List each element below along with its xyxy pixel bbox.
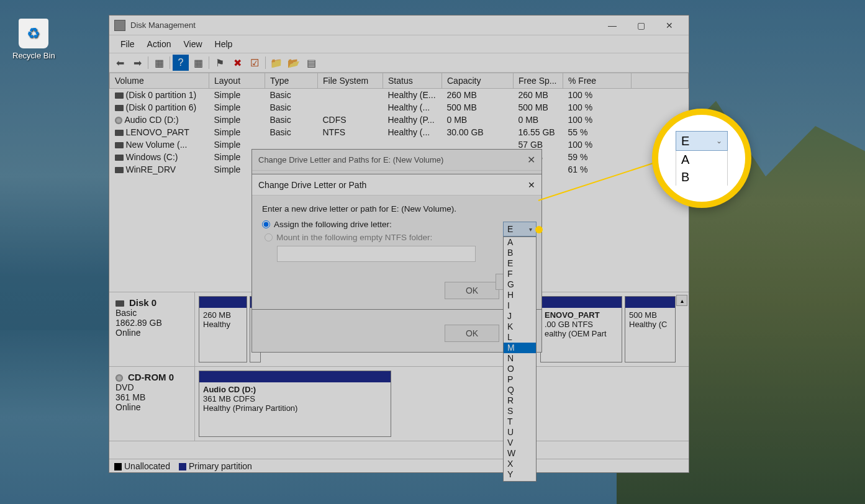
chevron-down-icon: ⌄ (716, 137, 722, 145)
maximize-button[interactable]: ▢ (627, 16, 655, 35)
mount-radio-input[interactable] (265, 233, 273, 241)
dropdown-item[interactable]: L (504, 332, 536, 343)
callout-combo: E ⌄ (676, 131, 728, 151)
recycle-bin-label: Recycle Bin (12, 51, 55, 60)
legend: Unallocated Primary partition (109, 459, 689, 472)
forward-button[interactable]: ➡ (129, 55, 145, 71)
dropdown-item[interactable]: K (504, 322, 536, 332)
partition[interactable]: 500 MB Healthy (C (625, 296, 676, 362)
check-button[interactable]: ☑ (247, 55, 263, 71)
window-title: Disk Management (130, 20, 598, 30)
dialog-prompt: Enter a new drive letter or path for E: … (262, 204, 532, 214)
partition[interactable]: 260 MB Healthy (199, 296, 247, 362)
dropdown-item[interactable]: G (504, 279, 536, 290)
disk-row[interactable]: CD-ROM 0 DVD 361 MB Online Audio CD (D:)… (109, 367, 689, 441)
dropdown-item[interactable]: N (504, 353, 536, 364)
table-row[interactable]: LENOVO_PARTSimpleBasicNTFSHealthy (...30… (110, 126, 689, 138)
dropdown-item[interactable]: A (504, 237, 536, 248)
assign-letter-radio[interactable]: Assign the following drive letter: (262, 220, 532, 229)
disk-info: CD-ROM 0 DVD 361 MB Online (109, 367, 195, 441)
toolbar: ⬅ ➡ ▦ ? ▦ ⚑ ✖ ☑ 📁 📂 ▤ (109, 53, 689, 73)
menu-action[interactable]: Action (141, 38, 178, 50)
close-button[interactable]: ✕ (655, 16, 684, 35)
col-spacer (632, 73, 689, 89)
dropdown-item[interactable]: J (504, 311, 536, 322)
dropdown-item[interactable]: X (504, 459, 536, 469)
table-row[interactable]: (Disk 0 partition 6)SimpleBasicHealthy (… (110, 101, 689, 114)
menubar: File Action View Help (109, 35, 689, 53)
dropdown-item[interactable]: U (504, 427, 536, 438)
dropdown-item[interactable]: S (504, 406, 536, 416)
table-header-row: Volume Layout Type File System Status Ca… (110, 73, 689, 89)
back-button[interactable]: ⬅ (112, 55, 128, 71)
drive-letter-dropdown[interactable]: ABEFGHIJKLMNOPQRSTUVWXYZ (503, 236, 537, 482)
assign-radio-input[interactable] (262, 220, 270, 228)
menu-view[interactable]: View (177, 38, 208, 50)
callout-dot (535, 226, 543, 233)
dropdown-item[interactable]: Y (504, 469, 536, 480)
folder-path-input[interactable] (277, 246, 476, 262)
scroll-up-arrow[interactable]: ▴ (676, 295, 687, 306)
dropdown-item[interactable]: Q (504, 385, 536, 395)
table-row[interactable]: (Disk 0 partition 1)SimpleBasicHealthy (… (110, 89, 689, 102)
partition[interactable]: ENOVO_PART .00 GB NTFS ealthy (OEM Part (540, 296, 622, 362)
col-capacity[interactable]: Capacity (442, 73, 514, 89)
dropdown-item[interactable]: P (504, 374, 536, 385)
col-fs[interactable]: File System (318, 73, 383, 89)
menu-help[interactable]: Help (209, 38, 239, 50)
col-pct[interactable]: % Free (563, 73, 632, 89)
col-type[interactable]: Type (265, 73, 318, 89)
help-button[interactable]: ? (173, 55, 189, 71)
dropdown-item[interactable]: R (504, 395, 536, 406)
dropdown-item[interactable]: O (504, 364, 536, 374)
table-row[interactable]: Audio CD (D:)SimpleBasicCDFSHealthy (P..… (110, 114, 689, 126)
disk-info: Disk 0 Basic 1862.89 GB Online (109, 292, 195, 366)
dropdown-item[interactable]: B (504, 248, 536, 258)
change-letter-or-path-dialog: Change Drive Letter or Path ✕ Enter a ne… (251, 174, 542, 310)
app-icon (114, 20, 125, 31)
titlebar: Disk Management — ▢ ✕ (109, 16, 689, 35)
dropdown-item[interactable]: T (504, 416, 536, 427)
ok-button[interactable]: OK (445, 282, 499, 299)
minimize-button[interactable]: — (598, 16, 627, 35)
drive-letter-combo[interactable]: E ▾ (503, 222, 537, 236)
dropdown-item[interactable]: V (504, 438, 536, 448)
partition[interactable]: Audio CD (D:) 361 MB CDFS Healthy (Prima… (199, 371, 391, 437)
dialog-title: Change Drive Letter or Path (258, 180, 366, 190)
folder2-button[interactable]: 📂 (286, 55, 302, 71)
menu-file[interactable]: File (114, 38, 141, 50)
dialog-titlebar: Change Drive Letter and Paths for E: (Ne… (252, 150, 541, 171)
col-status[interactable]: Status (383, 73, 442, 89)
callout-zoom: E ⌄ A B (652, 109, 751, 208)
folder-button[interactable]: 📁 (268, 55, 284, 71)
col-layout[interactable]: Layout (209, 73, 265, 89)
action-button[interactable]: ⚑ (212, 55, 228, 71)
settings-button[interactable]: ▦ (190, 55, 206, 71)
recycle-bin-icon (19, 19, 48, 48)
dropdown-item[interactable]: M (504, 343, 536, 353)
combo-value: E (507, 224, 513, 234)
col-volume[interactable]: Volume (110, 73, 209, 89)
ok-button[interactable]: OK (445, 325, 499, 342)
dropdown-item[interactable]: F (504, 269, 536, 279)
dialog-titlebar: Change Drive Letter or Path ✕ (252, 174, 541, 196)
callout-list: A B (676, 151, 728, 186)
dropdown-item[interactable]: H (504, 290, 536, 300)
mount-folder-radio[interactable]: Mount in the following empty NTFS folder… (265, 233, 532, 242)
chevron-down-icon: ▾ (529, 226, 532, 233)
col-free[interactable]: Free Sp... (514, 73, 563, 89)
delete-button[interactable]: ✖ (229, 55, 245, 71)
dialog-title: Change Drive Letter and Paths for E: (Ne… (258, 155, 443, 164)
dropdown-item[interactable]: E (504, 258, 536, 269)
view-button[interactable]: ▦ (151, 55, 167, 71)
dropdown-item[interactable]: W (504, 448, 536, 459)
dropdown-item[interactable]: Z (504, 480, 536, 482)
close-icon[interactable]: ✕ (528, 180, 535, 190)
dropdown-item[interactable]: I (504, 300, 536, 311)
close-icon[interactable]: ✕ (527, 154, 535, 166)
recycle-bin[interactable]: Recycle Bin (12, 19, 55, 60)
list-button[interactable]: ▤ (303, 55, 319, 71)
